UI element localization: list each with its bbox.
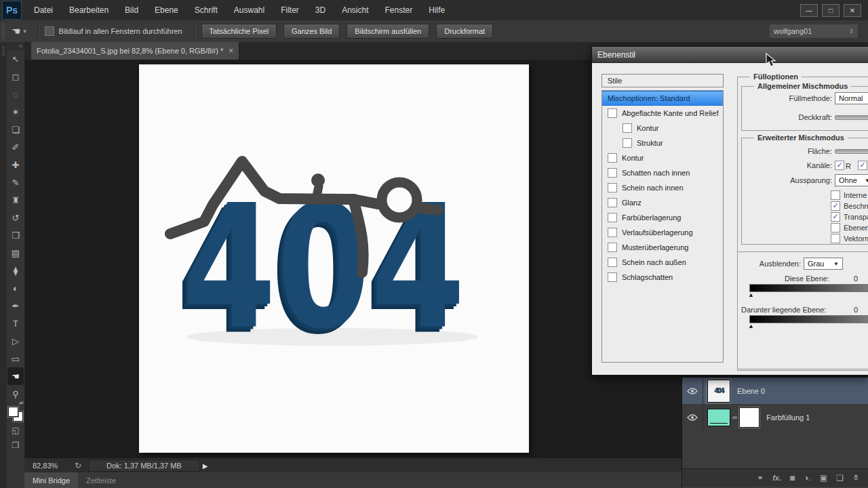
menu-ansicht[interactable]: Ansicht [334, 1, 376, 20]
clone-stamp-tool-icon[interactable]: ♜ [7, 191, 24, 209]
fill-opacity-slider[interactable] [835, 149, 868, 154]
workspace-stepper-icon[interactable]: ⇕ [848, 28, 854, 35]
blend-if-select[interactable]: Grau ▼ [804, 258, 843, 270]
layer-mask-thumbnail[interactable] [739, 407, 760, 428]
quick-mask-icon[interactable]: ◱ [12, 423, 19, 438]
style-checkbox[interactable] [623, 123, 632, 133]
crop-tool-icon[interactable]: ❏ [7, 121, 24, 138]
path-selection-tool-icon[interactable]: ▷ [7, 332, 24, 350]
style-item-muster-berlagerung[interactable]: Musterüberlagerung [602, 240, 723, 255]
move-tool-icon[interactable]: ↖ [7, 50, 24, 68]
eyedropper-tool-icon[interactable]: ✐ [7, 138, 24, 156]
menu-auswahl[interactable]: Auswahl [226, 1, 273, 20]
link-layers-icon[interactable]: ⚭ [757, 473, 764, 483]
style-checkbox[interactable] [608, 272, 617, 282]
delete-layer-icon[interactable]: ⚱ [852, 473, 859, 483]
style-checkbox[interactable] [608, 198, 617, 207]
styles-list-header[interactable]: Stile [601, 74, 724, 87]
marquee-tool-icon[interactable]: ◻ [7, 68, 24, 85]
close-button[interactable]: ✕ [844, 4, 861, 17]
foreground-color-swatch[interactable] [8, 407, 18, 417]
style-checkbox[interactable] [608, 153, 617, 163]
zoom-level-field[interactable]: 82,83% [33, 462, 68, 470]
style-item-verlaufs-berlagerung[interactable]: Verlaufsüberlagerung [602, 225, 723, 240]
menu-3d[interactable]: 3D [307, 1, 334, 20]
layer-row-ebene-0[interactable]: 404 Ebene 0 [682, 378, 868, 404]
shadow-slider-marker[interactable]: ▲ [748, 323, 754, 329]
menu-bild[interactable]: Bild [117, 1, 146, 20]
style-checkbox[interactable] [608, 168, 617, 178]
advanced-checkbox[interactable] [831, 223, 840, 232]
bildschirm-ausf-llen-button[interactable]: Bildschirm ausfüllen [347, 24, 429, 39]
style-checkbox[interactable] [608, 108, 617, 118]
maximize-button[interactable]: □ [822, 4, 840, 17]
menu-fenster[interactable]: Fenster [377, 1, 421, 20]
style-item-schatten-nach-innen[interactable]: Schatten nach innen [602, 165, 723, 180]
style-item-schein-nach-au-en[interactable]: Schein nach außen [602, 255, 723, 270]
new-layer-icon[interactable]: ❑ [836, 473, 844, 483]
tool-preset-arrow-icon[interactable]: ▼ [22, 28, 27, 35]
druckformat-button[interactable]: Druckformat [436, 24, 493, 39]
tab-mini-bridge[interactable]: Mini Bridge [24, 472, 78, 488]
shadow-slider-marker[interactable]: ▲ [748, 291, 754, 298]
dialog-title-bar[interactable]: Ebenenstil [592, 47, 868, 63]
brush-tool-icon[interactable]: ✎ [7, 174, 24, 191]
tab-close-icon[interactable]: × [229, 46, 233, 56]
style-item-schein-nach-innen[interactable]: Schein nach innen [602, 180, 723, 195]
blend-mode-select[interactable]: Normal [835, 92, 868, 104]
tats-chliche-pixel-button[interactable]: Tatsächliche Pixel [201, 24, 277, 39]
channel-g-checkbox[interactable] [858, 161, 867, 170]
fill-layer-thumbnail[interactable] [707, 409, 730, 426]
menu-ebene[interactable]: Ebene [146, 1, 186, 20]
this-layer-gradient-bar[interactable] [749, 284, 868, 292]
advanced-checkbox[interactable] [831, 212, 840, 222]
menu-datei[interactable]: Datei [26, 1, 61, 20]
add-layer-mask-icon[interactable]: ◙ [790, 473, 795, 483]
layer-group-icon[interactable]: ▣ [820, 473, 827, 483]
style-checkbox[interactable] [608, 258, 617, 267]
screen-mode-icon[interactable]: ❐ [12, 438, 20, 453]
advanced-checkbox[interactable] [831, 190, 840, 200]
blur-tool-icon[interactable]: ⧫ [7, 262, 24, 279]
eraser-tool-icon[interactable]: ❒ [7, 226, 24, 244]
hand-tool-icon[interactable]: ☚ [7, 367, 24, 385]
document-canvas[interactable]: 404 404 404 [139, 64, 529, 453]
layer-visibility-eye-icon[interactable] [682, 378, 703, 404]
toolbar-collapse-icon[interactable]: » [7, 42, 24, 50]
opacity-slider[interactable] [835, 115, 868, 120]
style-item-schlagschatten[interactable]: Schlagschatten [602, 270, 723, 285]
document-tab[interactable]: Fotolia_23434001_S.jpg bei 82,8% (Ebene … [31, 42, 239, 60]
type-tool-icon[interactable]: T [7, 314, 24, 332]
menu-filter[interactable]: Filter [273, 1, 307, 20]
style-checkbox[interactable] [608, 213, 617, 222]
swap-colors-icon[interactable]: ⇄ [19, 400, 24, 406]
dock-grip[interactable] [2, 46, 5, 56]
shape-tool-icon[interactable]: ▭ [7, 350, 24, 367]
healing-brush-tool-icon[interactable]: ✚ [7, 156, 24, 174]
style-checkbox[interactable] [608, 183, 617, 192]
mask-link-icon[interactable]: ∞ [732, 413, 737, 421]
tab-zeitleiste[interactable]: Zeitleiste [78, 473, 124, 488]
magic-wand-tool-icon[interactable]: ✶ [7, 103, 24, 121]
adjustment-layer-icon[interactable]: ◑. [804, 473, 811, 483]
gradient-tool-icon[interactable]: ▤ [7, 244, 24, 262]
style-checkbox[interactable] [608, 243, 617, 252]
style-item-struktur[interactable]: Struktur [602, 136, 723, 150]
ganzes-bild-button[interactable]: Ganzes Bild [283, 24, 340, 39]
workspace-select[interactable]: wolfgang01 ⇕ [769, 24, 859, 39]
style-item-farb-berlagerung[interactable]: Farbüberlagerung [602, 210, 723, 225]
history-brush-tool-icon[interactable]: ↺ [7, 209, 24, 226]
layer-name[interactable]: Farbfüllung 1 [766, 413, 810, 422]
style-checkbox[interactable] [623, 138, 632, 148]
advanced-checkbox[interactable] [831, 201, 840, 211]
layer-effects-icon[interactable]: fx. [772, 474, 781, 482]
hand-tool-icon[interactable]: ☚ [12, 25, 20, 37]
minimize-button[interactable]: — [800, 4, 818, 17]
style-item-kontur[interactable]: Kontur [602, 150, 723, 165]
channel-r-checkbox[interactable] [835, 161, 844, 170]
layer-row-farbfuellung-1[interactable]: ∞ Farbfüllung 1 [682, 404, 868, 430]
knockout-select[interactable]: Ohne ▼ [835, 174, 868, 186]
layer-name[interactable]: Ebene 0 [737, 387, 765, 395]
layer-visibility-eye-icon[interactable] [682, 404, 703, 430]
menu-hilfe[interactable]: Hilfe [420, 1, 453, 20]
